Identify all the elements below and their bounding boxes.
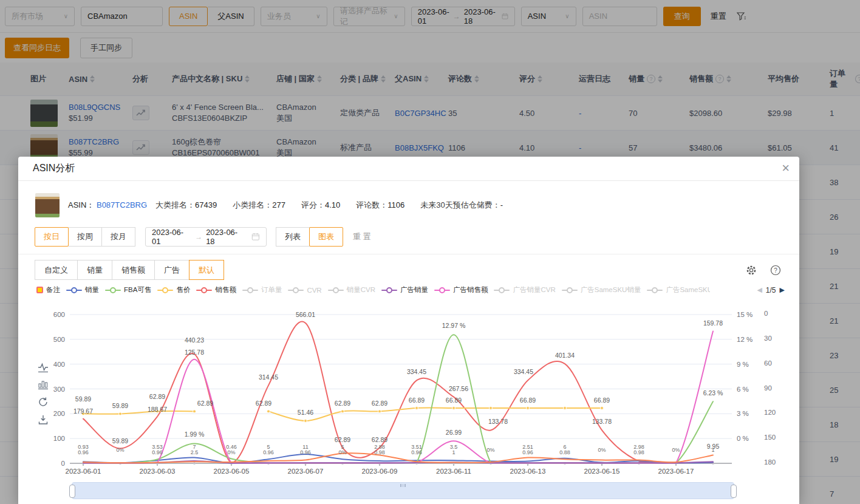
slider-left-handle[interactable] [69, 485, 75, 498]
legend-label: 售价 [176, 285, 190, 295]
legend-item-0[interactable]: 备注 [36, 285, 60, 295]
legend-item-5[interactable]: 订单量 [242, 285, 282, 295]
modal-date-range-picker[interactable]: 2023-06-01 → 2023-06-18 [145, 227, 267, 247]
line-chart-tool-icon[interactable] [38, 362, 49, 373]
series-point [193, 410, 196, 413]
metric-label: 未来30天预估仓储费： [420, 200, 500, 209]
chart-legend: 备注销量FBA可售售价销售额订单量CVR销量CVR广告销量广告销售额广告销量CV… [36, 285, 785, 295]
legend-item-4[interactable]: 销售额 [196, 285, 236, 295]
series-marker-icon [105, 287, 121, 293]
marker-ring [333, 287, 339, 293]
series-point [304, 419, 307, 422]
metric-tab-4[interactable]: 默认 [189, 260, 224, 280]
chart-area: 600500400300200100015 %12 %9 %6 %3 %0 %0… [33, 307, 783, 481]
micro-data-label: 1 [452, 449, 455, 455]
data-label: 133.78 [592, 418, 612, 425]
view-toggle: 列表图表 [276, 227, 343, 247]
data-label: 59.89 [112, 402, 128, 409]
legend-next-icon[interactable]: ▶ [780, 286, 785, 294]
view-tab-0[interactable]: 列表 [276, 227, 310, 247]
legend-prev-icon[interactable]: ◀ [757, 286, 762, 294]
micro-data-label: 0.96 [152, 449, 163, 455]
period-tab-2[interactable]: 按月 [101, 227, 135, 247]
legend-item-1[interactable]: 销量 [66, 285, 99, 295]
data-label: 566.01 [296, 311, 315, 318]
marker-ring [71, 287, 77, 293]
micro-data-label: 0.98 [374, 449, 385, 455]
modal-date-end: 2023-06-18 [206, 228, 245, 246]
view-tab-1[interactable]: 图表 [309, 227, 343, 247]
asin-analysis-modal: ASIN分析 × ASIN： B087TC2BRG 大类排名：67439小类排名… [18, 157, 799, 504]
asin-label: ASIN： [68, 200, 94, 209]
data-label: 26.99 [446, 429, 462, 436]
left-axis-tick: 100 [53, 435, 65, 442]
modal-reset-button[interactable]: 重 置 [353, 231, 371, 242]
left-axis-tick: 500 [53, 336, 65, 343]
series-marker-icon [328, 287, 344, 293]
metric-label: 评论数： [356, 200, 387, 209]
asin-link[interactable]: B087TC2BRG [97, 200, 147, 209]
data-label: 51.46 [298, 409, 313, 416]
period-tab-1[interactable]: 按周 [68, 227, 102, 247]
metric-tab-3[interactable]: 广告 [154, 260, 189, 280]
metric-tab-1[interactable]: 销量 [77, 260, 112, 280]
refresh-icon[interactable] [38, 397, 49, 407]
slider-right-handle[interactable] [731, 485, 737, 498]
percent-axis-tick: 12 % [737, 336, 752, 343]
slider-grip[interactable] [399, 484, 408, 487]
marker-ring [439, 287, 445, 293]
data-label: 440.23 [185, 336, 204, 344]
legend-label: 销售额 [215, 285, 236, 295]
data-label: 133.78 [488, 418, 508, 425]
legend-label: 广告销量CVR [513, 285, 555, 295]
legend-item-3[interactable]: 售价 [157, 285, 190, 295]
series-marker-icon [381, 287, 397, 293]
legend-pagination: ◀1/5▶ [757, 286, 785, 295]
percent-axis-tick: 6 % [737, 386, 749, 393]
x-axis-label: 2023-06-13 [510, 468, 546, 475]
left-axis-tick: 300 [53, 386, 65, 393]
marker-ring [162, 287, 168, 293]
asin-trend-chart: 600500400300200100015 %12 %9 %6 %3 %0 %0… [33, 307, 783, 481]
data-label: 66.89 [409, 397, 425, 404]
legend-item-10[interactable]: 广告销量CVR [494, 285, 555, 295]
legend-item-8[interactable]: 广告销量 [381, 285, 428, 295]
legend-item-2[interactable]: FBA可售 [105, 285, 151, 295]
series-销售额 [83, 322, 713, 463]
data-label: 66.89 [594, 397, 610, 404]
series-marker-icon [66, 287, 82, 293]
metric-tab-2[interactable]: 销售额 [112, 260, 155, 280]
series-point [119, 412, 122, 415]
legend-item-11[interactable]: 广告SameSKU销量 [562, 285, 641, 295]
series-marker-icon [434, 287, 450, 293]
legend-item-6[interactable]: CVR [288, 287, 321, 294]
x-axis-label: 2023-06-07 [288, 468, 324, 475]
micro-data-label: 0.88 [559, 449, 570, 455]
help-icon[interactable]: ? [770, 265, 781, 276]
download-icon[interactable] [38, 414, 49, 425]
legend-item-12[interactable]: 广告SameSKU销 [647, 285, 710, 295]
legend-label: 广告销量 [400, 285, 428, 295]
series-广告销售额 [83, 332, 713, 463]
legend-item-9[interactable]: 广告销售额 [434, 285, 488, 295]
metric-value: 67439 [195, 200, 217, 209]
micro-data-label: 0.96 [522, 449, 533, 455]
bar-chart-tool-icon[interactable] [38, 379, 49, 390]
asin-metrics: 大类排名：67439小类排名：277评分：4.10评论数：1106未来30天预估… [155, 200, 503, 211]
modal-header: ASIN分析 [18, 157, 799, 181]
chart-range-slider[interactable] [72, 482, 734, 499]
svg-text:?: ? [774, 267, 777, 274]
left-axis-tick: 400 [53, 361, 65, 368]
micro-data-label: 0% [116, 447, 124, 453]
legend-item-7[interactable]: 销量CVR [328, 285, 375, 295]
marker-ring [293, 287, 299, 293]
metric-value: 4.10 [325, 200, 340, 209]
close-icon[interactable]: × [782, 162, 790, 175]
gear-icon[interactable] [746, 265, 757, 276]
period-tab-0[interactable]: 按日 [35, 227, 69, 247]
series-point [452, 406, 456, 409]
chart-controls: 按日按周按月 2023-06-01 → 2023-06-18 列表图表 重 置 [35, 227, 371, 247]
metric-tab-0[interactable]: 自定义 [35, 260, 78, 280]
legend-label: CVR [307, 287, 321, 294]
right-axis-tick: 150 [764, 434, 776, 441]
